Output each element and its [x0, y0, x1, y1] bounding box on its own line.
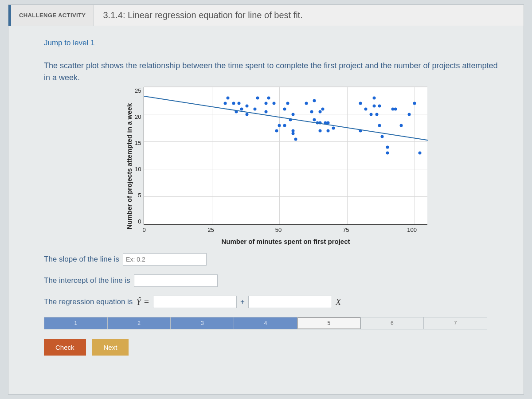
data-point	[375, 113, 378, 116]
data-point	[394, 107, 397, 110]
data-point	[267, 96, 270, 99]
progress-bar: 1234567	[44, 317, 487, 329]
progress-segment[interactable]: 1	[44, 317, 108, 329]
data-point	[254, 107, 257, 110]
plot-area	[144, 87, 427, 225]
data-point	[359, 102, 362, 105]
data-point	[386, 151, 389, 154]
x-axis-label: Number of minutes spent on first project	[144, 238, 427, 245]
y-axis-label: Number of projects attempted in a week	[124, 87, 135, 245]
plus-symbol: +	[240, 297, 245, 306]
prompt-text: The scatter plot shows the relationship …	[44, 60, 506, 84]
data-point	[232, 102, 235, 105]
data-point	[370, 113, 373, 116]
progress-segment[interactable]: 7	[424, 317, 487, 329]
equation-slope-input[interactable]	[248, 296, 332, 308]
progress-segment[interactable]: 6	[361, 317, 424, 329]
progress-segment[interactable]: 5	[297, 317, 361, 329]
data-point	[246, 113, 249, 116]
y-axis-ticks: 2520151050	[135, 87, 144, 225]
data-point	[273, 102, 276, 105]
y-hat-symbol: Ŷ =	[136, 297, 149, 307]
slope-input[interactable]	[123, 253, 207, 266]
data-point	[264, 110, 267, 113]
data-point	[332, 127, 335, 130]
data-point	[283, 107, 286, 110]
scatter-chart: Number of projects attempted in a week 2…	[124, 87, 506, 245]
activity-title: 3.1.4: Linear regression equation for li…	[94, 5, 311, 26]
data-point	[380, 135, 383, 138]
button-row: Check Next	[44, 339, 506, 356]
data-point	[386, 146, 389, 149]
data-point	[318, 129, 321, 133]
data-point	[364, 107, 368, 110]
data-point	[419, 151, 422, 154]
data-point	[372, 105, 376, 108]
data-point	[305, 102, 308, 105]
activity-card: CHALLENGE ACTIVITY 3.1.4: Linear regress…	[8, 4, 524, 395]
progress-segment[interactable]: 3	[171, 317, 234, 329]
x-variable: X	[336, 297, 341, 307]
data-point	[313, 118, 316, 121]
data-point	[224, 102, 227, 105]
jump-to-level-link[interactable]: Jump to level 1	[44, 39, 506, 47]
data-point	[313, 99, 316, 102]
content-area: Jump to level 1 The scatter plot shows t…	[8, 26, 524, 364]
data-point	[378, 105, 381, 108]
data-point	[326, 129, 329, 133]
data-point	[378, 124, 381, 127]
check-button[interactable]: Check	[44, 339, 86, 356]
data-point	[264, 102, 267, 105]
intercept-label: The intercept of the line is	[44, 276, 130, 285]
x-axis-ticks: 0255075100	[144, 225, 427, 233]
data-point	[283, 124, 286, 127]
data-point	[294, 137, 297, 141]
data-point	[227, 96, 230, 99]
equation-intercept-input[interactable]	[153, 296, 237, 308]
data-point	[372, 96, 376, 99]
data-point	[240, 107, 243, 110]
header: CHALLENGE ACTIVITY 3.1.4: Linear regress…	[8, 5, 524, 26]
data-point	[318, 110, 321, 113]
progress-segment[interactable]: 4	[234, 317, 297, 329]
challenge-badge: CHALLENGE ACTIVITY	[8, 5, 94, 26]
data-point	[407, 113, 411, 116]
data-point	[256, 96, 259, 99]
data-point	[399, 124, 403, 127]
progress-segment[interactable]: 2	[108, 317, 171, 329]
data-point	[321, 107, 324, 110]
data-point	[310, 110, 313, 113]
data-point	[237, 102, 240, 105]
equation-label: The regression equation is	[44, 297, 133, 306]
data-point	[278, 124, 281, 127]
intercept-input[interactable]	[134, 274, 218, 287]
data-point	[291, 132, 294, 135]
data-point	[413, 102, 416, 105]
data-point	[275, 129, 278, 133]
data-point	[286, 102, 289, 105]
slope-label: The slope of the line is	[44, 255, 119, 264]
next-button[interactable]: Next	[92, 339, 129, 356]
data-point	[291, 113, 294, 116]
data-point	[246, 105, 249, 108]
input-section: The slope of the line is The intercept o…	[44, 253, 506, 308]
